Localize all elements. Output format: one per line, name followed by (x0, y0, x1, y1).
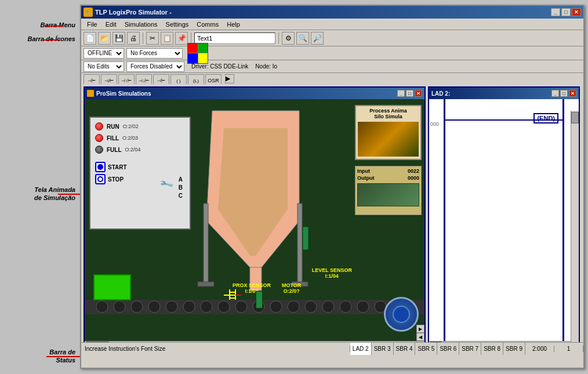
arrow-barra-icones (41, 39, 60, 41)
svg-point-19 (148, 301, 160, 313)
conveyor-box (93, 274, 131, 300)
open-button[interactable]: 📂 (98, 32, 111, 45)
status-tab-sbr4[interactable]: SBR 4 (394, 343, 416, 355)
status-main-text: Increase Instruction's Font Size (81, 346, 350, 352)
control-panel: RUN O:2/02 FILL O:2/03 FULL O:2/04 (89, 117, 191, 230)
lad-close[interactable]: ✕ (569, 90, 576, 97)
lad-rung-num: 000 (430, 121, 439, 127)
run-indicator: RUN O:2/02 (95, 122, 185, 130)
lad-end-label: (END) (533, 113, 558, 124)
prosim-maximize[interactable]: □ (406, 90, 413, 97)
text-field[interactable] (194, 32, 275, 44)
motor-label: MOTOR O:2/0? (282, 282, 301, 294)
run-addr: O:2/02 (123, 124, 139, 129)
input-row: Input 0022 (357, 168, 419, 174)
settings-icon[interactable]: ⚙ (282, 32, 295, 45)
copy-button[interactable]: 📋 (161, 32, 173, 45)
menu-help[interactable]: Help (223, 20, 244, 29)
node-label: Node: Io (255, 63, 277, 70)
fill-led (95, 134, 103, 142)
abc-labels: A B C (179, 176, 183, 200)
edits-dropdown[interactable]: No Edits (84, 61, 124, 72)
status-tab-sbr3[interactable]: SBR 3 (372, 343, 394, 355)
menu-settings[interactable]: Settings (162, 20, 193, 29)
prosim-scroll-left[interactable]: ◀ (416, 333, 424, 341)
full-label: FULL (107, 147, 122, 153)
belt-rollers (85, 300, 424, 320)
color-picker[interactable] (187, 43, 208, 64)
menu-edit[interactable]: Edit (102, 20, 120, 29)
output-label: Output (357, 175, 375, 181)
svg-point-22 (201, 301, 212, 313)
paste-button[interactable]: 📌 (175, 32, 188, 45)
run-led (95, 122, 103, 130)
window-title: TLP LogixPro Simulator - (95, 9, 172, 16)
save-button[interactable]: 💾 (112, 32, 125, 45)
stop-radio[interactable] (95, 174, 106, 184)
menu-file[interactable]: File (84, 20, 101, 29)
maximize-button[interactable]: □ (561, 8, 571, 16)
status-tab-sbr7[interactable]: SBR 7 (459, 343, 481, 355)
prosim-title-bar: ProSim Simulations _ □ ✕ (85, 88, 424, 99)
full-indicator: FULL O:2/04 (95, 146, 185, 154)
control-bar: OFFLINE ONLINE No Forces Forces Enabled (81, 46, 583, 60)
forces-disabled-dropdown[interactable]: Forces Disabled (126, 61, 184, 72)
prosim-close[interactable]: ✕ (415, 90, 422, 97)
zoom-out-icon[interactable]: 🔎 (311, 32, 324, 45)
expand-icon[interactable]: ▶ (225, 74, 234, 83)
new-button[interactable]: 📄 (84, 32, 96, 45)
print-button[interactable]: 🖨 (127, 32, 140, 45)
svg-rect-2 (204, 204, 208, 285)
prosim-minimize[interactable]: _ (397, 90, 405, 97)
lad-inner: 000 (END) (429, 99, 579, 349)
second-control-bar: No Edits Forces Disabled Driver: CSS DDE… (81, 60, 583, 73)
output-value: 0000 (408, 175, 419, 181)
separator-1 (143, 32, 143, 44)
svg-point-26 (270, 301, 282, 313)
main-window: 🔧 TLP LogixPro Simulator - _ □ ✕ File Ed… (80, 5, 585, 369)
info-box: Input 0022 Output 0000 (355, 166, 422, 215)
arrow-tela-animada (58, 194, 82, 195)
process-subtitle: Silo Simula (358, 114, 419, 119)
stop-label: STOP (108, 176, 124, 183)
status-tab-sbr9[interactable]: SBR 9 (503, 343, 525, 355)
prox-sensor-visual (256, 291, 263, 308)
title-bar: 🔧 TLP LogixPro Simulator - _ □ ✕ (81, 6, 583, 19)
start-label: START (108, 164, 127, 170)
menu-bar: File Edit Simulations Settings Comms Hel… (81, 19, 583, 30)
status-value2: 1 (554, 346, 583, 352)
prosim-inner: RUN O:2/02 FILL O:2/03 FULL O:2/04 (85, 99, 424, 349)
lad-scrollbar-v[interactable] (571, 111, 579, 349)
driver-label: Driver: CSS DDE-Link (191, 63, 248, 70)
process-image (358, 122, 419, 157)
close-button[interactable]: ✕ (572, 8, 581, 16)
run-label: RUN (107, 124, 119, 130)
lad-minimize[interactable]: _ (551, 90, 559, 97)
zoom-in-icon[interactable]: 🔍 (296, 32, 309, 45)
svg-point-16 (96, 301, 108, 313)
status-tab-sbr5[interactable]: SBR 5 (415, 343, 437, 355)
prox-sensor-label: PROX SENSOR I:1/03 (233, 282, 271, 294)
lad-maximize[interactable]: □ (560, 90, 568, 97)
svg-point-18 (131, 301, 143, 313)
status-tab-sbr8[interactable]: SBR 8 (481, 343, 503, 355)
prosim-window: ProSim Simulations _ □ ✕ RUN O:2/02 (84, 86, 426, 350)
status-tab-lad2[interactable]: LAD 2 (350, 343, 372, 355)
svg-point-30 (340, 301, 351, 313)
separator-2 (191, 32, 191, 44)
menu-simulations[interactable]: Simulations (121, 20, 161, 29)
cut-button[interactable]: ✂ (146, 32, 159, 45)
menu-comms[interactable]: Comms (193, 20, 222, 29)
separator-3 (278, 32, 279, 44)
output-row: Output 0000 (357, 175, 419, 181)
start-radio[interactable] (95, 162, 106, 172)
svg-rect-3 (297, 204, 302, 285)
status-tab-sbr6[interactable]: SBR 6 (437, 343, 459, 355)
mode-dropdown[interactable]: OFFLINE ONLINE (84, 48, 124, 59)
prosim-scroll-right[interactable]: ▶ (416, 325, 424, 333)
minimize-button[interactable]: _ (551, 8, 560, 16)
status-value1: 2:000 (525, 346, 554, 352)
fill-label: FILL (107, 135, 119, 141)
lad-left-rail (444, 99, 445, 341)
forces-dropdown[interactable]: No Forces Forces Enabled (126, 48, 183, 59)
